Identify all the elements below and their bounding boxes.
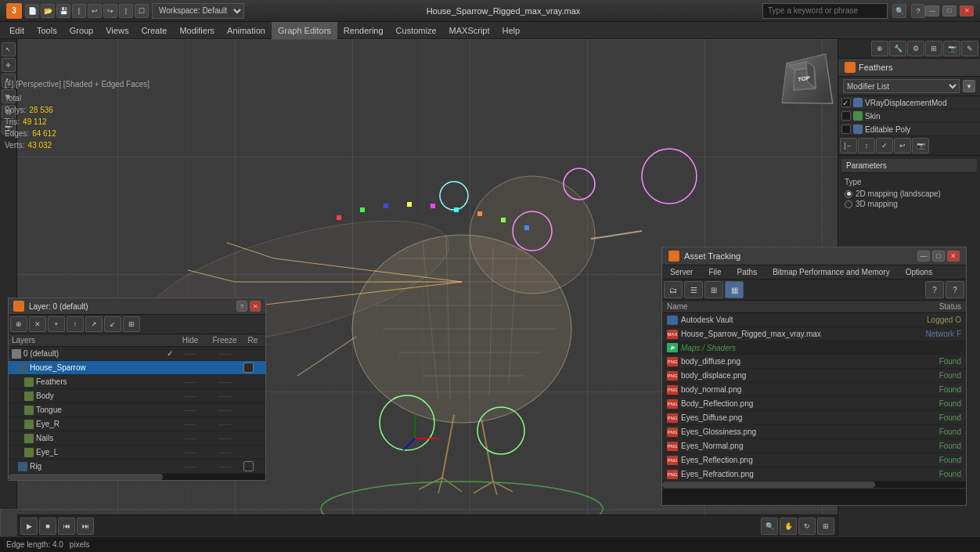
nav-cube[interactable]: TOP (780, 55, 827, 102)
vp-bot-orbit[interactable]: ↻ (798, 518, 816, 535)
layer-row-nails[interactable]: Nails —— —— (9, 431, 265, 446)
rp-icon1[interactable]: ⊕ (871, 41, 888, 56)
menu-maxscript[interactable]: MAXScript (443, 22, 496, 39)
asset-scrollbar-track[interactable] (662, 482, 875, 488)
modifier-dropdown-arrow[interactable]: ▼ (963, 80, 975, 92)
layer-tb-move-down[interactable]: ↗ (85, 316, 103, 332)
layer-row-default[interactable]: 0 (default) ✓ —— —— (9, 347, 265, 361)
mod-tb-select[interactable]: ↕ (858, 138, 875, 153)
new-file-btn[interactable]: 📄 (25, 4, 39, 18)
layer-tb-move-up[interactable]: ↑ (67, 316, 84, 332)
layer-scrollbar-track[interactable] (9, 474, 163, 480)
asset-row-body-diffuse[interactable]: PNG body_diffuse.png Found (662, 355, 966, 369)
vp-bot-stop[interactable]: ■ (39, 518, 56, 535)
rp-icon5[interactable]: 📷 (943, 41, 960, 56)
menu-group[interactable]: Group (63, 22, 100, 39)
search-btn[interactable]: 🔍 (892, 4, 906, 18)
menu-tools[interactable]: Tools (31, 22, 63, 39)
asset-input-bar[interactable] (662, 488, 966, 505)
nav-cube-box[interactable]: TOP (782, 54, 834, 104)
search-input[interactable] (762, 3, 888, 19)
param-radio-2d[interactable]: 2D mapping (landscape) (845, 189, 974, 198)
asset-row-eyes-diffuse[interactable]: PNG Eyes_Diffuse.png Found (662, 411, 966, 425)
layer-row-eye-r[interactable]: Eye_R —— —— (9, 417, 265, 431)
asset-tb-table[interactable]: ▦ (725, 281, 744, 298)
rp-icon2[interactable]: 🔧 (889, 41, 906, 56)
layer-checkbox-rig[interactable] (243, 461, 254, 471)
layer-tb-add[interactable]: + (48, 316, 65, 332)
asset-row-eyes-refraction[interactable]: PNG Eyes_Refraction.png Found (662, 467, 966, 482)
modifier-skin[interactable]: Skin (838, 110, 980, 123)
menu-animation[interactable]: Animation (221, 22, 272, 39)
rp-icon4[interactable]: ⊞ (925, 41, 942, 56)
menu-rendering[interactable]: Rendering (337, 22, 390, 39)
asset-scrollbar-horizontal[interactable] (662, 482, 966, 488)
asset-tb-list[interactable]: ☰ (684, 281, 703, 298)
asset-close-btn[interactable]: ✕ (947, 251, 960, 262)
modifier-check[interactable]: ✓ (841, 98, 851, 107)
mod-tb-rotate[interactable]: ↩ (894, 138, 911, 153)
layer-row-body[interactable]: Body —— —— (9, 389, 265, 403)
asset-tb-folder[interactable]: 🗂 (664, 281, 683, 298)
asset-menu-paths[interactable]: Paths (730, 265, 766, 279)
mod-tb-pin[interactable]: |← (840, 138, 857, 153)
asset-minimize-btn[interactable]: — (917, 251, 930, 262)
asset-row-max-file[interactable]: MAX House_Sparrow_Rigged_max_vray.max Ne… (662, 327, 966, 341)
layer-checkbox-hs[interactable] (243, 363, 254, 373)
vp-bot-prev[interactable]: ⏮ (58, 518, 75, 535)
vp-select-btn[interactable]: ↖ (2, 42, 16, 56)
menu-views[interactable]: Views (99, 22, 135, 39)
workspace-selector[interactable]: Workspace: Default (152, 3, 244, 19)
modifier-check2[interactable] (841, 111, 851, 121)
modifier-vray-displacement[interactable]: ✓ VRayDisplacementMod (838, 96, 980, 110)
asset-row-eyes-gloss[interactable]: PNG Eyes_Glossiness.png Found (662, 425, 966, 439)
layer-tb-grid[interactable]: ⊞ (123, 316, 140, 332)
asset-row-body-displace[interactable]: PNG body_displace.png Found (662, 369, 966, 383)
param-radio-3d[interactable]: 3D mapping (845, 200, 974, 208)
layer-row-tongue[interactable]: Tongue —— —— (9, 403, 265, 417)
menu-create[interactable]: Create (135, 22, 173, 39)
asset-row-body-reflection[interactable]: PNG Body_Reflection.png Found (662, 397, 966, 411)
asset-menu-file[interactable]: File (701, 265, 729, 279)
asset-row-maps-group[interactable]: ▶ Maps / Shaders (662, 341, 966, 355)
select-btn[interactable]: ☐ (135, 4, 149, 18)
asset-menu-bitmap[interactable]: Bitmap Performance and Memory (765, 265, 898, 279)
maximize-btn[interactable]: □ (942, 5, 957, 16)
layer-row-house-sparrow[interactable]: House_Sparrow —— —— (9, 361, 265, 375)
asset-row-vault[interactable]: Autodesk Vault Logged O (662, 313, 966, 327)
open-file-btn[interactable]: 📂 (41, 4, 55, 18)
help-btn[interactable]: ? (911, 4, 925, 18)
layer-row-feathers[interactable]: Feathers —— —— (9, 375, 265, 389)
undo-btn[interactable]: ↩ (88, 4, 102, 18)
modifier-editable-poly[interactable]: Editable Poly (838, 123, 980, 136)
modifier-dropdown[interactable]: Modifier List (843, 79, 960, 93)
layer-panel-close[interactable]: ✕ (250, 301, 261, 312)
save-file-btn[interactable]: 💾 (56, 4, 70, 18)
rp-icon3[interactable]: ⚙ (907, 41, 924, 56)
menu-graph-editors[interactable]: Graph Editors (272, 22, 337, 39)
menu-customize[interactable]: Customize (390, 22, 443, 39)
layer-tb-link[interactable]: ↙ (104, 316, 121, 332)
vp-move-btn[interactable]: ✛ (2, 58, 16, 72)
rp-icon6[interactable]: ✎ (961, 41, 978, 56)
layer-row-eye-l[interactable]: Eye_L —— —— (9, 446, 265, 460)
vp-bot-next[interactable]: ⏭ (77, 518, 94, 535)
menu-help[interactable]: Help (496, 22, 527, 39)
asset-maximize-btn[interactable]: □ (932, 251, 945, 262)
mod-tb-move[interactable]: ✓ (876, 138, 893, 153)
asset-tb-help2[interactable]: ? (946, 281, 964, 298)
layer-scrollbar[interactable] (9, 474, 265, 480)
vp-bot-play[interactable]: ▶ (20, 518, 38, 535)
layer-panel-question[interactable]: ? (236, 301, 247, 312)
vp-bot-pan[interactable]: ✋ (780, 518, 797, 535)
asset-row-eyes-normal[interactable]: PNG Eyes_Normal.png Found (662, 439, 966, 453)
asset-row-body-normal[interactable]: PNG body_normal.png Found (662, 383, 966, 397)
asset-row-eyes-reflect[interactable]: PNG Eyes_Reflection.png Found (662, 453, 966, 467)
layer-row-rig[interactable]: Rig —— —— (9, 460, 265, 474)
minimize-btn[interactable]: — (925, 5, 939, 16)
redo-btn[interactable]: ↪ (103, 4, 117, 18)
modifier-check3[interactable] (841, 124, 851, 134)
menu-edit[interactable]: Edit (3, 22, 31, 39)
vp-rotate-btn[interactable]: ↻ (2, 74, 16, 88)
menu-modifiers[interactable]: Modifiers (173, 22, 221, 39)
